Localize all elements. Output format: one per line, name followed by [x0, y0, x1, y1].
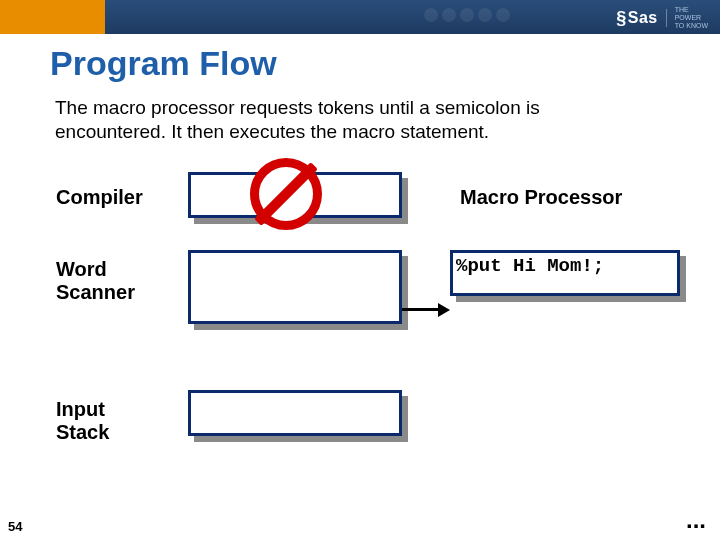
box-word-scanner: [188, 250, 402, 324]
arrow-word-to-macro: [402, 304, 450, 316]
sas-logo: §Sas THE POWER TO KNOW: [616, 6, 708, 30]
logo-divider: [666, 9, 667, 27]
box-input-stack: [188, 390, 402, 436]
label-word-scanner: Word Scanner: [56, 258, 135, 304]
page-number: 54: [8, 519, 22, 534]
sas-logo-text: §Sas: [616, 8, 657, 29]
top-banner: §Sas THE POWER TO KNOW: [0, 0, 720, 34]
stop-icon: [250, 158, 322, 230]
slide: §Sas THE POWER TO KNOW Program Flow The …: [0, 0, 720, 540]
sas-logo-label: Sas: [628, 9, 658, 27]
continuation-ellipsis: ...: [686, 506, 706, 534]
slide-title: Program Flow: [50, 44, 277, 83]
macro-code-text: %put Hi Mom!;: [456, 255, 604, 277]
label-macro-processor: Macro Processor: [460, 186, 622, 209]
banner-accent-orange: [0, 0, 105, 34]
label-input-stack: Input Stack: [56, 398, 109, 444]
label-compiler: Compiler: [56, 186, 143, 209]
slide-description: The macro processor requests tokens unti…: [55, 96, 615, 144]
banner-dots: [424, 8, 510, 22]
sas-logo-tagline: THE POWER TO KNOW: [675, 6, 708, 30]
diagram: Compiler Word Scanner Input Stack Macro …: [0, 150, 720, 510]
